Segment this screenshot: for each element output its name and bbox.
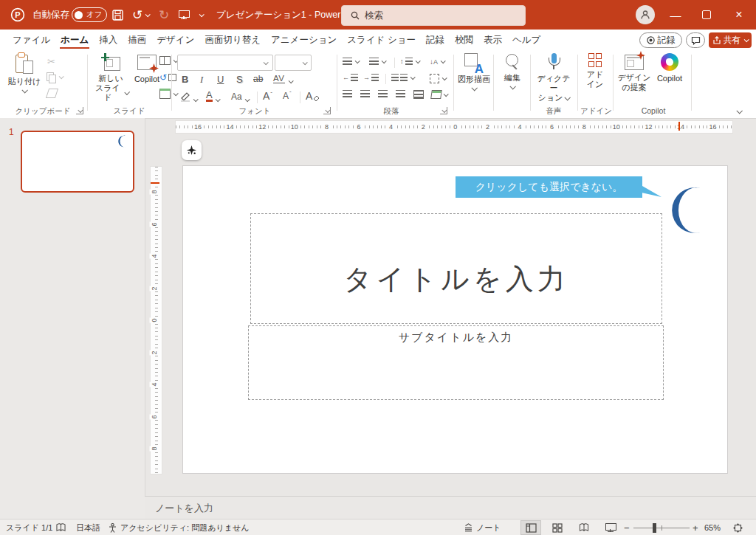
numbering-button[interactable] [369,58,385,65]
cut-button[interactable]: ✂ [47,56,55,67]
zoom-slider-handle[interactable] [653,523,656,533]
tab-draw[interactable]: 描画 [123,30,151,50]
title-placeholder[interactable]: タイトルを入力 [250,213,662,324]
align-right-button[interactable] [378,90,388,97]
search-input[interactable]: 検索 [341,5,526,26]
format-painter-button[interactable] [47,89,57,98]
distribute-button[interactable] [413,90,424,99]
bullets-button[interactable] [343,58,359,65]
tab-file[interactable]: ファイル [7,30,55,50]
addins-button[interactable]: アド イン [580,53,610,89]
slide-sorter-view-button[interactable] [547,520,568,535]
powerpoint-window: P 自動保存 オフ ↺ ↻ プレゼンテーション1 - Power… 検索 — ×… [0,0,756,535]
designer-button[interactable]: デザイン の提案 [617,53,651,92]
share-button[interactable]: 共有 [709,32,752,48]
shapes-drawing-button[interactable]: A 図形描画 [456,53,492,91]
line-spacing-button[interactable]: ↕ [400,58,419,65]
normal-view-button[interactable] [520,520,541,535]
shrink-font-button[interactable]: Aˇ [283,90,292,101]
accessibility-icon[interactable] [109,520,117,535]
powerpoint-app-icon[interactable]: P [10,0,26,30]
align-left-button[interactable] [343,90,352,97]
callout-shape[interactable]: クリックしても選択できない。 [456,176,642,198]
strikethrough-button[interactable]: ab [253,74,263,84]
tab-home[interactable]: ホーム [55,30,94,50]
paste-button[interactable]: 貼り付け [7,53,41,93]
align-text-button[interactable] [430,74,446,83]
zoom-in-button[interactable]: + [693,520,698,535]
editing-label: 編集 [504,73,520,83]
decrease-indent-button[interactable]: ← [343,74,358,81]
tab-animations[interactable]: アニメーション [266,30,342,50]
zoom-level[interactable]: 65% [704,520,721,535]
editing-button[interactable]: 編集 [496,53,529,89]
justify-button[interactable] [396,90,405,97]
horizontal-ruler[interactable]: 1614121086420246810121416 [175,120,733,134]
tab-view[interactable]: 表示 [478,30,507,50]
undo-button[interactable]: ↺ [132,0,149,30]
font-size-combo[interactable] [275,55,312,71]
section-button[interactable] [159,89,177,99]
font-name-combo[interactable] [177,55,273,71]
columns-button[interactable] [391,74,414,81]
slide-thumbnail[interactable] [21,131,134,193]
save-icon[interactable] [112,0,123,30]
zoom-out-button[interactable]: − [624,520,630,535]
reading-view-button[interactable] [574,520,594,535]
notes-pane[interactable]: ノートを入力 [145,496,756,520]
designer-floating-button[interactable] [182,140,202,160]
bold-button[interactable]: B [182,74,188,85]
copy-button[interactable] [47,72,63,82]
record-button[interactable]: 記録 [639,32,682,48]
change-case-button[interactable]: Aa [231,92,249,102]
maximize-button[interactable] [694,0,719,30]
vertical-ruler[interactable]: 864202468 [150,166,162,474]
tab-record[interactable]: 記録 [421,30,450,50]
language-status[interactable]: 日本語 [76,520,100,535]
tab-help[interactable]: ヘルプ [507,30,546,50]
underline-button[interactable]: U [217,74,224,85]
highlight-pen-button[interactable] [180,92,197,102]
align-center-button[interactable] [360,90,370,97]
clear-formatting-button[interactable]: A [306,90,320,102]
tab-transitions[interactable]: 画面切り替え [199,30,266,50]
italic-button[interactable]: I [200,74,203,86]
quick-access-chevron-icon[interactable] [199,0,203,30]
collapse-ribbon-chevron-icon[interactable] [737,103,741,117]
clipboard-dialog-launcher[interactable] [76,107,83,114]
tab-slideshow[interactable]: スライド ショー [342,30,421,50]
autosave-toggle[interactable]: オフ [72,0,107,30]
tab-insert[interactable]: 挿入 [94,30,123,50]
dictation-button[interactable]: ディクテー ション [533,53,574,103]
accessibility-status[interactable]: アクセシビリティ: 問題ありません [120,520,249,535]
minimize-button[interactable]: — [663,0,688,30]
slide-canvas[interactable]: タイトルを入力 サブタイトルを入力 クリックしても選択できない。 [183,166,727,473]
subtitle-placeholder[interactable]: サブタイトルを入力 [248,325,664,400]
close-button[interactable]: × [726,0,752,30]
copilot-button[interactable]: Copilot [653,53,687,83]
paragraph-dialog-launcher[interactable] [440,107,447,114]
character-spacing-button[interactable]: AV [273,74,292,83]
start-slideshow-icon[interactable] [179,0,190,30]
tab-review[interactable]: 校閲 [450,30,478,50]
account-avatar[interactable] [636,5,655,24]
slide-layout-button[interactable] [159,56,177,65]
redo-button[interactable]: ↻ [159,0,169,30]
moon-shape[interactable] [668,186,707,235]
grow-font-button[interactable]: Aˆ [263,90,272,102]
comments-button[interactable] [686,32,705,48]
fit-to-window-button[interactable] [733,520,743,535]
font-dialog-launcher[interactable] [323,107,331,114]
increase-indent-button[interactable]: → [363,74,379,81]
slideshow-view-button[interactable] [600,520,621,535]
font-color-button[interactable]: A [206,91,219,102]
slide-indicator[interactable]: スライド 1/1 [6,520,52,535]
new-slide-button[interactable]: 新しい スライド [93,53,128,103]
reset-slide-button[interactable]: ↺ [159,72,176,83]
convert-smartart-button[interactable] [431,90,447,99]
notes-toggle-button[interactable]: ノート [464,520,501,535]
tab-design[interactable]: デザイン [151,30,199,50]
text-direction-button[interactable]: ↓A [430,58,444,66]
display-settings-icon[interactable] [56,520,66,535]
text-shadow-button[interactable]: S [236,74,243,85]
